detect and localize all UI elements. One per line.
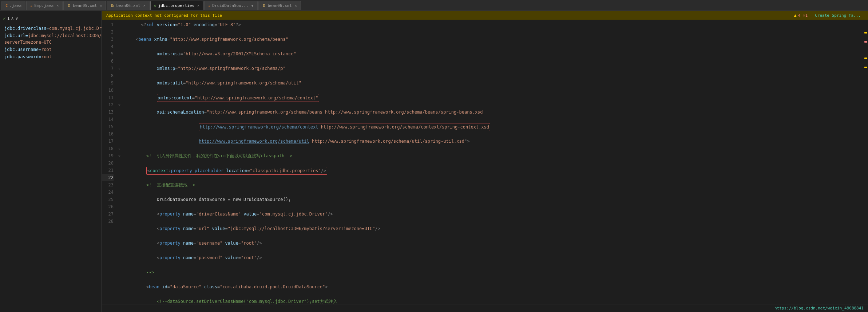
tab-close-btn[interactable]: × xyxy=(100,4,102,8)
props-value: root xyxy=(41,47,52,52)
props-key: jdbc.url xyxy=(4,33,25,38)
props-content: jdbc.driverclass=com.mysql.cj.jdbc.Drive… xyxy=(0,24,102,61)
line-num-7: 7 xyxy=(102,65,114,72)
code-pre: <?xml version="1.0" encoding="UTF-8"?> <… xyxy=(122,21,864,304)
tab-close-btn[interactable]: ▼ xyxy=(251,4,254,8)
code-row-20: <!--dataSource.setDriverClassName("com.m… xyxy=(122,298,864,304)
code-content[interactable]: <?xml version="1.0" encoding="UTF-8"?> <… xyxy=(122,20,864,304)
tab-druid[interactable]: ☕ DruidDataSou... ▼ xyxy=(204,1,257,10)
check-icon: ✓ xyxy=(3,16,6,21)
line-num-11: 11 xyxy=(102,94,114,101)
line-num-8: 8 xyxy=(102,72,114,79)
nav-up-btn[interactable]: ∧ xyxy=(11,16,14,21)
tab-label: Emp.java xyxy=(34,3,53,8)
fold-marker-3 xyxy=(116,28,122,36)
tab-emp-java[interactable]: ☕ Emp.java × xyxy=(26,1,63,10)
fold-marker-19[interactable]: ▽ xyxy=(116,145,122,152)
info-bar: Application context not configured for t… xyxy=(102,11,868,20)
tab-close-btn[interactable]: × xyxy=(197,4,199,8)
code-row-10: <!--引入外部属性文件，我的文件在src下面以可以直接写classpath--… xyxy=(122,152,864,159)
line-num-1: 1 xyxy=(102,21,114,28)
line-num-21: 21 xyxy=(102,167,114,174)
line-num-28: 28 xyxy=(102,218,114,225)
fold-marker-22 xyxy=(116,167,122,174)
status-url[interactable]: https://blog.csdn.net/weixin_49088841 xyxy=(774,306,864,311)
code-row-17: <property name="password" value="root"/> xyxy=(122,254,864,261)
line-num-22: 22 xyxy=(102,174,114,181)
warning-icon: ▲ xyxy=(794,13,796,18)
java-icon: C xyxy=(5,4,8,8)
red-highlight-11: <context:property-placeholder location="… xyxy=(146,167,327,175)
warning-mark-4 xyxy=(864,67,867,68)
props-value: root xyxy=(41,54,52,59)
fold-marker-5 xyxy=(116,43,122,50)
tab-bean05[interactable]: 🗎 bean05.xml × xyxy=(63,1,106,10)
line-numbers: 1 2 3 4 5 6 7 8 9 10 11 12 13 14 15 16 1… xyxy=(102,20,116,304)
code-row-18: --> xyxy=(122,269,864,276)
code-row-4: xmlns:p="http://www.springframework.org/… xyxy=(122,65,864,72)
tab-label: .java xyxy=(9,3,21,8)
info-message: Application context not configured for t… xyxy=(106,13,222,18)
code-row-15: <property name="url" value="jdbc:mysql:/… xyxy=(122,225,864,232)
line-num-25: 25 xyxy=(102,196,114,203)
tab-label: bean05.xml xyxy=(73,3,97,8)
fold-marker-7 xyxy=(116,58,122,65)
tab-label: DruidDataSou... xyxy=(212,3,248,8)
code-row-14: <property name="driverClassName" value="… xyxy=(122,210,864,218)
props-key: jdbc.username xyxy=(4,47,39,52)
code-area: 1 2 3 4 5 6 7 8 9 10 11 12 13 14 15 16 1… xyxy=(102,20,868,304)
main-container: ✓ 1 ∧ ∨ jdbc.driverclass=com.mysql.cj.jd… xyxy=(0,11,868,312)
warning-mark-1 xyxy=(864,32,867,33)
fold-marker-28 xyxy=(116,210,122,218)
line-num-15: 15 xyxy=(102,123,114,130)
fold-gutter: ▽ ▽ ▽ ▽ xyxy=(116,20,122,304)
code-row-6: xmlns:context="http://www.springframewor… xyxy=(122,94,864,101)
line-num-19: 19 xyxy=(102,152,114,159)
nav-down-btn[interactable]: ∨ xyxy=(15,16,18,21)
right-editor-panel: Application context not configured for t… xyxy=(102,11,868,312)
fold-marker-25 xyxy=(116,189,122,196)
java-icon: ☕ xyxy=(30,4,32,8)
code-row-8: http://www.springframework.org/schema/co… xyxy=(122,123,864,130)
fold-marker-2[interactable] xyxy=(116,21,122,28)
line-num-3: 3 xyxy=(102,36,114,43)
tab-close-btn[interactable]: × xyxy=(56,4,59,8)
fold-marker-23 xyxy=(116,174,122,181)
fold-marker-13[interactable]: ▽ xyxy=(116,101,122,108)
line-num-2: 2 xyxy=(102,28,114,36)
tab-label: bean06.xml xyxy=(268,3,292,8)
fold-marker-20[interactable]: ▽ xyxy=(116,152,122,159)
fold-marker-4 xyxy=(116,36,122,43)
right-gutter xyxy=(864,20,868,304)
tab-bean06-2[interactable]: 🗎 bean06.xml × xyxy=(258,1,301,10)
code-row-9: http://www.springframework.org/schema/ut… xyxy=(122,138,864,145)
xml-icon: 🗎 xyxy=(111,4,114,8)
props-icon: ⚙ xyxy=(154,4,156,8)
tab-label: bean06.xml xyxy=(116,3,140,8)
tab-bean06-1[interactable]: 🗎 bean06.xml × xyxy=(107,1,149,10)
fold-marker-17 xyxy=(116,130,122,138)
xml-icon: 🗎 xyxy=(262,4,266,8)
code-row-19: <bean id="dataSource" class="com.alibaba… xyxy=(122,283,864,291)
red-highlight-8: http://www.springframework.org/schema/co… xyxy=(199,123,490,131)
code-row-5: xmlns:util="http://www.springframework.o… xyxy=(122,79,864,87)
fold-marker-18 xyxy=(116,138,122,145)
tab-jdbc-props[interactable]: ⚙ jdbc.properties × xyxy=(150,1,203,10)
java-icon: ☕ xyxy=(208,4,210,8)
tab-close-btn[interactable]: × xyxy=(295,4,297,8)
warning-mark-3 xyxy=(864,58,867,59)
props-line-4: jdbc.password=root xyxy=(0,53,102,60)
fold-marker-8[interactable]: ▽ xyxy=(116,65,122,72)
tab-bar: C .java ☕ Emp.java × 🗎 bean05.xml × 🗎 be… xyxy=(0,0,868,11)
tab-java-1[interactable]: C .java xyxy=(1,1,25,10)
props-line-2: jdbc.url=jdbc:mysql://localhost:3306/myb… xyxy=(0,32,102,46)
create-spring-btn[interactable]: Create Spring fa... xyxy=(815,13,861,18)
fold-marker-11 xyxy=(116,87,122,94)
fold-marker-12 xyxy=(116,94,122,101)
tab-close-btn[interactable]: × xyxy=(143,4,146,8)
line-num-9: 9 xyxy=(102,79,114,87)
status-bar: https://blog.csdn.net/weixin_49088841 xyxy=(102,304,868,312)
line-num-14: 14 xyxy=(102,116,114,123)
line-num-26: 26 xyxy=(102,203,114,210)
code-row-11: <context:property-placeholder location="… xyxy=(122,167,864,174)
